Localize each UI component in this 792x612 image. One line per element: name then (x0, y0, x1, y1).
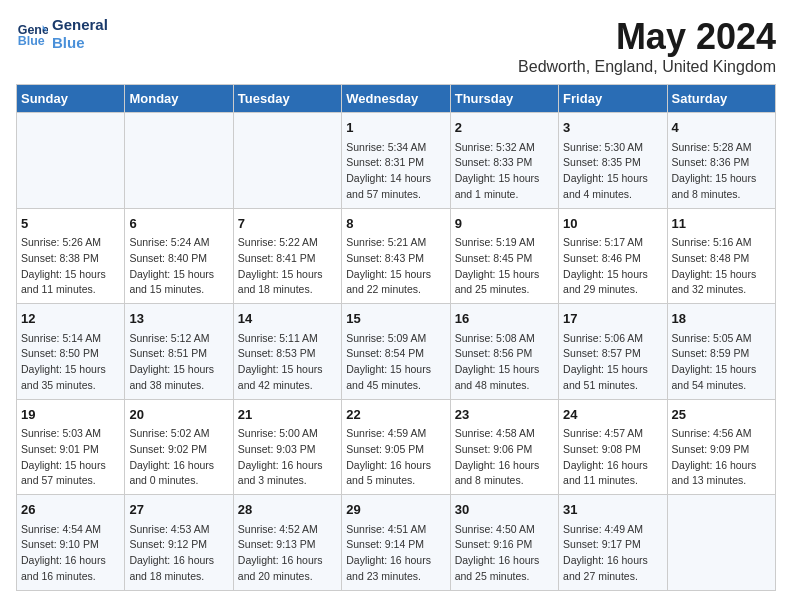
day-cell: 29Sunrise: 4:51 AMSunset: 9:14 PMDayligh… (342, 495, 450, 591)
day-cell: 12Sunrise: 5:14 AMSunset: 8:50 PMDayligh… (17, 304, 125, 400)
day-number: 8 (346, 214, 445, 234)
day-info: Sunrise: 4:56 AMSunset: 9:09 PMDaylight:… (672, 426, 771, 489)
day-cell: 11Sunrise: 5:16 AMSunset: 8:48 PMDayligh… (667, 208, 775, 304)
day-cell: 6Sunrise: 5:24 AMSunset: 8:40 PMDaylight… (125, 208, 233, 304)
day-cell: 10Sunrise: 5:17 AMSunset: 8:46 PMDayligh… (559, 208, 667, 304)
logo-text: General Blue (52, 16, 108, 52)
day-cell: 14Sunrise: 5:11 AMSunset: 8:53 PMDayligh… (233, 304, 341, 400)
svg-text:Blue: Blue (18, 34, 45, 48)
day-info: Sunrise: 4:59 AMSunset: 9:05 PMDaylight:… (346, 426, 445, 489)
day-cell (125, 113, 233, 209)
day-info: Sunrise: 5:17 AMSunset: 8:46 PMDaylight:… (563, 235, 662, 298)
week-row-3: 12Sunrise: 5:14 AMSunset: 8:50 PMDayligh… (17, 304, 776, 400)
day-cell: 18Sunrise: 5:05 AMSunset: 8:59 PMDayligh… (667, 304, 775, 400)
day-cell: 7Sunrise: 5:22 AMSunset: 8:41 PMDaylight… (233, 208, 341, 304)
day-info: Sunrise: 4:57 AMSunset: 9:08 PMDaylight:… (563, 426, 662, 489)
day-cell: 30Sunrise: 4:50 AMSunset: 9:16 PMDayligh… (450, 495, 558, 591)
day-info: Sunrise: 5:26 AMSunset: 8:38 PMDaylight:… (21, 235, 120, 298)
day-cell: 1Sunrise: 5:34 AMSunset: 8:31 PMDaylight… (342, 113, 450, 209)
day-cell: 28Sunrise: 4:52 AMSunset: 9:13 PMDayligh… (233, 495, 341, 591)
day-number: 2 (455, 118, 554, 138)
calendar-title: May 2024 (518, 16, 776, 58)
day-info: Sunrise: 5:08 AMSunset: 8:56 PMDaylight:… (455, 331, 554, 394)
day-number: 13 (129, 309, 228, 329)
day-number: 24 (563, 405, 662, 425)
day-number: 20 (129, 405, 228, 425)
title-block: May 2024 Bedworth, England, United Kingd… (518, 16, 776, 76)
day-number: 15 (346, 309, 445, 329)
logo-icon: General Blue (16, 18, 48, 50)
day-cell: 24Sunrise: 4:57 AMSunset: 9:08 PMDayligh… (559, 399, 667, 495)
day-info: Sunrise: 5:32 AMSunset: 8:33 PMDaylight:… (455, 140, 554, 203)
day-number: 25 (672, 405, 771, 425)
day-number: 31 (563, 500, 662, 520)
day-number: 17 (563, 309, 662, 329)
day-cell (17, 113, 125, 209)
day-info: Sunrise: 4:50 AMSunset: 9:16 PMDaylight:… (455, 522, 554, 585)
day-info: Sunrise: 5:05 AMSunset: 8:59 PMDaylight:… (672, 331, 771, 394)
day-info: Sunrise: 5:14 AMSunset: 8:50 PMDaylight:… (21, 331, 120, 394)
logo: General Blue General Blue (16, 16, 108, 52)
day-number: 4 (672, 118, 771, 138)
day-cell: 25Sunrise: 4:56 AMSunset: 9:09 PMDayligh… (667, 399, 775, 495)
day-info: Sunrise: 5:24 AMSunset: 8:40 PMDaylight:… (129, 235, 228, 298)
day-number: 19 (21, 405, 120, 425)
day-number: 18 (672, 309, 771, 329)
day-info: Sunrise: 4:53 AMSunset: 9:12 PMDaylight:… (129, 522, 228, 585)
day-info: Sunrise: 5:12 AMSunset: 8:51 PMDaylight:… (129, 331, 228, 394)
day-cell: 26Sunrise: 4:54 AMSunset: 9:10 PMDayligh… (17, 495, 125, 591)
day-info: Sunrise: 5:34 AMSunset: 8:31 PMDaylight:… (346, 140, 445, 203)
day-cell (667, 495, 775, 591)
day-cell: 15Sunrise: 5:09 AMSunset: 8:54 PMDayligh… (342, 304, 450, 400)
day-cell: 17Sunrise: 5:06 AMSunset: 8:57 PMDayligh… (559, 304, 667, 400)
day-info: Sunrise: 5:06 AMSunset: 8:57 PMDaylight:… (563, 331, 662, 394)
day-number: 6 (129, 214, 228, 234)
week-row-4: 19Sunrise: 5:03 AMSunset: 9:01 PMDayligh… (17, 399, 776, 495)
day-number: 28 (238, 500, 337, 520)
day-number: 30 (455, 500, 554, 520)
day-info: Sunrise: 4:54 AMSunset: 9:10 PMDaylight:… (21, 522, 120, 585)
day-number: 3 (563, 118, 662, 138)
day-cell: 8Sunrise: 5:21 AMSunset: 8:43 PMDaylight… (342, 208, 450, 304)
header-cell-thursday: Thursday (450, 85, 558, 113)
day-number: 23 (455, 405, 554, 425)
day-cell: 31Sunrise: 4:49 AMSunset: 9:17 PMDayligh… (559, 495, 667, 591)
day-number: 26 (21, 500, 120, 520)
day-number: 5 (21, 214, 120, 234)
day-number: 14 (238, 309, 337, 329)
calendar-subtitle: Bedworth, England, United Kingdom (518, 58, 776, 76)
day-number: 11 (672, 214, 771, 234)
day-cell: 3Sunrise: 5:30 AMSunset: 8:35 PMDaylight… (559, 113, 667, 209)
day-cell: 2Sunrise: 5:32 AMSunset: 8:33 PMDaylight… (450, 113, 558, 209)
week-row-5: 26Sunrise: 4:54 AMSunset: 9:10 PMDayligh… (17, 495, 776, 591)
day-cell (233, 113, 341, 209)
day-info: Sunrise: 5:09 AMSunset: 8:54 PMDaylight:… (346, 331, 445, 394)
week-row-2: 5Sunrise: 5:26 AMSunset: 8:38 PMDaylight… (17, 208, 776, 304)
day-info: Sunrise: 4:58 AMSunset: 9:06 PMDaylight:… (455, 426, 554, 489)
day-number: 21 (238, 405, 337, 425)
day-info: Sunrise: 5:30 AMSunset: 8:35 PMDaylight:… (563, 140, 662, 203)
day-info: Sunrise: 5:11 AMSunset: 8:53 PMDaylight:… (238, 331, 337, 394)
day-cell: 5Sunrise: 5:26 AMSunset: 8:38 PMDaylight… (17, 208, 125, 304)
day-info: Sunrise: 5:21 AMSunset: 8:43 PMDaylight:… (346, 235, 445, 298)
header-cell-friday: Friday (559, 85, 667, 113)
day-cell: 9Sunrise: 5:19 AMSunset: 8:45 PMDaylight… (450, 208, 558, 304)
day-cell: 27Sunrise: 4:53 AMSunset: 9:12 PMDayligh… (125, 495, 233, 591)
day-info: Sunrise: 5:00 AMSunset: 9:03 PMDaylight:… (238, 426, 337, 489)
day-cell: 4Sunrise: 5:28 AMSunset: 8:36 PMDaylight… (667, 113, 775, 209)
day-number: 9 (455, 214, 554, 234)
day-cell: 21Sunrise: 5:00 AMSunset: 9:03 PMDayligh… (233, 399, 341, 495)
day-number: 27 (129, 500, 228, 520)
day-cell: 16Sunrise: 5:08 AMSunset: 8:56 PMDayligh… (450, 304, 558, 400)
day-info: Sunrise: 5:28 AMSunset: 8:36 PMDaylight:… (672, 140, 771, 203)
day-number: 22 (346, 405, 445, 425)
header-cell-tuesday: Tuesday (233, 85, 341, 113)
day-info: Sunrise: 4:51 AMSunset: 9:14 PMDaylight:… (346, 522, 445, 585)
header-cell-monday: Monday (125, 85, 233, 113)
day-info: Sunrise: 4:49 AMSunset: 9:17 PMDaylight:… (563, 522, 662, 585)
header-cell-sunday: Sunday (17, 85, 125, 113)
day-info: Sunrise: 5:02 AMSunset: 9:02 PMDaylight:… (129, 426, 228, 489)
day-number: 29 (346, 500, 445, 520)
day-cell: 13Sunrise: 5:12 AMSunset: 8:51 PMDayligh… (125, 304, 233, 400)
day-cell: 19Sunrise: 5:03 AMSunset: 9:01 PMDayligh… (17, 399, 125, 495)
